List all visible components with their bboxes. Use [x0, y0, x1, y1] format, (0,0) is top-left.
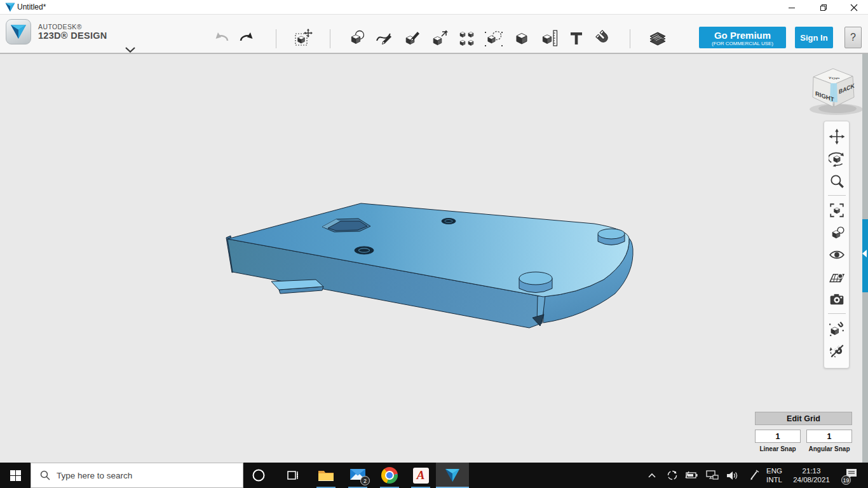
- snap-tool-button[interactable]: [593, 28, 614, 48]
- brand-text: AUTODESK® 123D® DESIGN: [38, 23, 107, 41]
- hide-show-button[interactable]: [827, 245, 846, 264]
- volume-tray-button[interactable]: [723, 463, 742, 488]
- app-menu-button[interactable]: [6, 19, 31, 44]
- primitives-icon: [348, 29, 367, 48]
- clock[interactable]: 21:13 24/08/2021: [790, 463, 833, 488]
- mail-badge: 2: [360, 476, 370, 485]
- modify-icon: [430, 29, 449, 48]
- measure-icon: [539, 29, 559, 48]
- restore-icon: [820, 4, 827, 11]
- linear-snap-input[interactable]: [755, 430, 801, 443]
- shading-mode-button[interactable]: [827, 222, 846, 242]
- grid-visibility-button[interactable]: [827, 267, 846, 287]
- magnet-icon: [594, 29, 613, 48]
- toolbar-separator: [630, 29, 630, 48]
- close-button[interactable]: [840, 0, 868, 15]
- task-view-icon: [287, 469, 299, 482]
- window-title: Untitled*: [17, 3, 46, 11]
- snap-to-object-button[interactable]: [827, 318, 846, 338]
- undo-icon: [212, 30, 229, 46]
- construct-tool-button[interactable]: [402, 28, 422, 48]
- navbar-separator: [828, 313, 846, 314]
- tray-expand-button[interactable]: [643, 463, 661, 488]
- cortana-button[interactable]: [245, 463, 273, 488]
- notification-badge: 19: [841, 475, 851, 485]
- view-cube[interactable]: TOP RIGHT BACK: [802, 59, 865, 119]
- grid-eye-icon: [829, 269, 845, 285]
- fit-icon: [829, 202, 845, 219]
- combine-tool-button[interactable]: [512, 28, 532, 48]
- file-explorer-button[interactable]: [310, 463, 342, 488]
- snip-tool-tray-button[interactable]: [663, 463, 681, 488]
- transform-tool-button[interactable]: [293, 28, 313, 48]
- search-input[interactable]: [57, 471, 243, 480]
- search-icon: [40, 470, 50, 480]
- toolbar-separator: [330, 29, 330, 48]
- model-3d[interactable]: [0, 54, 868, 463]
- layers-icon: [648, 29, 668, 48]
- measure-tool-button[interactable]: [539, 28, 559, 48]
- network-icon: [706, 470, 719, 481]
- battery-icon: [685, 470, 699, 480]
- zoom-button[interactable]: [827, 171, 846, 191]
- taskbar: 2 A: [0, 463, 868, 488]
- modify-tool-button[interactable]: [429, 28, 449, 48]
- brand-line1: AUTODESK®: [38, 23, 107, 30]
- eye-icon: [829, 247, 845, 263]
- go-premium-label: Go Premium: [699, 30, 786, 41]
- pan-button[interactable]: [827, 126, 846, 146]
- go-premium-button[interactable]: Go Premium (FOR COMMERCIAL USE): [699, 27, 786, 48]
- battery-tray-button[interactable]: [682, 463, 702, 488]
- sign-in-button[interactable]: Sign In: [795, 27, 833, 48]
- mail-button[interactable]: 2: [342, 463, 374, 488]
- angular-snap-input[interactable]: [806, 430, 852, 443]
- action-center-button[interactable]: 19: [837, 463, 865, 488]
- orbit-button[interactable]: [827, 149, 846, 168]
- fit-view-button[interactable]: [827, 200, 846, 220]
- minimize-icon: [788, 4, 796, 11]
- sketch-icon: [375, 29, 394, 48]
- start-button[interactable]: [0, 463, 31, 488]
- main-menu-chevron-icon[interactable]: [125, 47, 135, 53]
- speaker-icon: [726, 470, 739, 481]
- redo-button[interactable]: [238, 28, 258, 48]
- close-icon: [850, 4, 858, 11]
- minimize-button[interactable]: [778, 0, 806, 15]
- redo-icon: [239, 30, 257, 46]
- 123d-design-button[interactable]: [436, 463, 469, 488]
- help-button[interactable]: ?: [844, 27, 862, 48]
- material-tool-button[interactable]: [648, 28, 668, 48]
- disable-snapping-button[interactable]: [827, 341, 846, 360]
- pen-tray-button[interactable]: [745, 463, 764, 488]
- camera-icon: [829, 291, 845, 308]
- network-tray-button[interactable]: [703, 463, 722, 488]
- primitives-tool-button[interactable]: [347, 28, 367, 48]
- pen-icon: [749, 470, 760, 481]
- taskbar-search[interactable]: [31, 463, 243, 488]
- navbar-separator: [828, 195, 846, 196]
- expand-left-arrow-icon: [862, 250, 867, 257]
- file-explorer-icon: [318, 468, 334, 482]
- restore-button[interactable]: [810, 0, 837, 15]
- model-plate[interactable]: [226, 203, 633, 328]
- pattern-tool-button[interactable]: [456, 28, 477, 48]
- text-tool-button[interactable]: [566, 28, 587, 48]
- grouping-tool-button[interactable]: [484, 28, 504, 48]
- language-indicator[interactable]: ENG INTL: [766, 463, 789, 488]
- panel-expand-tab[interactable]: [862, 219, 868, 292]
- autocad-button[interactable]: A: [405, 463, 436, 488]
- edit-grid-button[interactable]: Edit Grid: [755, 412, 852, 425]
- viewport-3d[interactable]: TOP RIGHT BACK: [0, 54, 868, 463]
- task-view-button[interactable]: [278, 463, 308, 488]
- 123d-design-icon: [445, 468, 460, 482]
- sketch-tool-button[interactable]: [374, 28, 395, 48]
- magnifier-icon: [829, 173, 845, 189]
- linear-snap-label: Linear Snap: [752, 445, 803, 452]
- transform-icon: [294, 29, 313, 48]
- construct-icon: [402, 29, 421, 48]
- undo-button[interactable]: [210, 28, 231, 48]
- snap-off-icon: [829, 342, 845, 359]
- screenshot-button[interactable]: [827, 289, 846, 309]
- chrome-button[interactable]: [374, 463, 405, 488]
- chevron-up-icon: [648, 472, 656, 478]
